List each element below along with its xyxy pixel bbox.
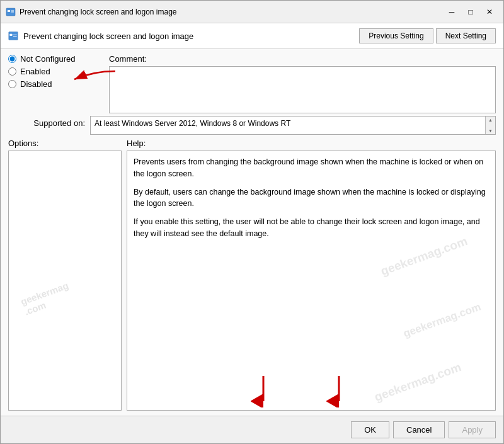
config-top: Not Configured Enabled Disabled (8, 54, 496, 113)
footer: OK Cancel Apply (1, 416, 503, 443)
comment-input[interactable] (109, 66, 496, 113)
main-window: Prevent changing lock screen and logon i… (0, 0, 504, 444)
nav-buttons: Previous Setting Next Setting (359, 28, 496, 43)
prev-setting-button[interactable]: Previous Setting (359, 28, 433, 43)
svg-rect-5 (9, 34, 12, 36)
scroll-up-arrow[interactable]: ▲ (487, 117, 494, 123)
watermark-options: geekermag.com (20, 280, 74, 317)
title-bar-left: Prevent changing lock screen and logon i… (6, 7, 177, 17)
policy-icon (6, 7, 16, 17)
options-panel: Options: geekermag.com (8, 139, 122, 411)
radio-section-wrapper: Not Configured Enabled Disabled (8, 54, 109, 113)
help-label: Help: (127, 139, 496, 148)
ok-button[interactable]: OK (351, 421, 389, 438)
not-configured-radio[interactable] (8, 55, 16, 63)
apply-button[interactable]: Apply (449, 421, 496, 438)
help-text-2: By default, users can change the backgro… (134, 186, 489, 210)
header-title-row: Prevent changing lock screen and logon i… (8, 31, 193, 41)
help-panel: Help: Prevents users from changing the b… (127, 139, 496, 411)
comment-area: Comment: (109, 54, 496, 113)
help-box: Prevents users from changing the backgro… (127, 151, 496, 411)
main-content: Not Configured Enabled Disabled (1, 49, 503, 416)
title-controls: ─ □ ✕ (443, 5, 498, 19)
watermark-help-3: geekermag.com (372, 358, 464, 406)
bottom-panels: Options: geekermag.com Help: Prevents us… (8, 139, 496, 411)
header-bar: Prevent changing lock screen and logon i… (1, 23, 503, 49)
minimize-button[interactable]: ─ (443, 5, 461, 19)
radio-group: Not Configured Enabled Disabled (8, 54, 96, 89)
disabled-radio[interactable] (8, 80, 16, 88)
title-bar: Prevent changing lock screen and logon i… (1, 1, 503, 23)
header-title: Prevent changing lock screen and logon i… (23, 31, 193, 41)
watermark-help-2: geekermag.com (401, 299, 483, 341)
close-button[interactable]: ✕ (481, 5, 498, 19)
enabled-radio[interactable] (8, 67, 16, 76)
supported-value: At least Windows Server 2012, Windows 8 … (90, 116, 496, 135)
next-setting-button[interactable]: Next Setting (436, 28, 496, 43)
not-configured-option[interactable]: Not Configured (8, 54, 96, 64)
content-area: Not Configured Enabled Disabled (1, 49, 503, 416)
enabled-option[interactable]: Enabled (8, 67, 96, 76)
maximize-button[interactable]: □ (462, 5, 479, 19)
disabled-option[interactable]: Disabled (8, 79, 96, 89)
svg-rect-1 (8, 10, 10, 12)
down-arrow-2 (326, 376, 352, 407)
down-arrow-1 (251, 376, 276, 407)
window-title: Prevent changing lock screen and logon i… (20, 8, 177, 16)
scroll-down-arrow[interactable]: ▼ (487, 127, 494, 134)
supported-label: Supported on: (8, 116, 90, 128)
help-text-1: Prevents users from changing the backgro… (134, 156, 489, 180)
supported-scrollbar: ▲ ▼ (485, 117, 495, 134)
options-label: Options: (8, 139, 122, 148)
header-policy-icon (8, 31, 18, 41)
supported-row: Supported on: At least Windows Server 20… (8, 116, 496, 135)
comment-label: Comment: (109, 54, 496, 64)
cancel-button[interactable]: Cancel (393, 421, 445, 438)
options-box: geekermag.com (8, 151, 122, 411)
help-text-3: If you enable this setting, the user wil… (134, 216, 489, 240)
down-arrows (251, 376, 352, 407)
